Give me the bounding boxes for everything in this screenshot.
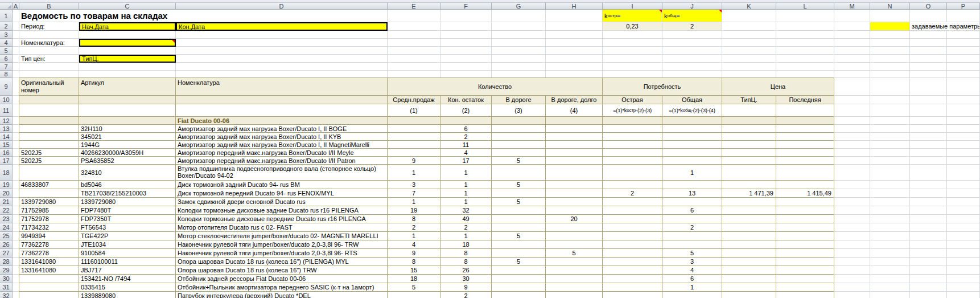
cell-H15[interactable]	[546, 141, 603, 149]
cell-O12[interactable]	[910, 117, 947, 125]
cell-D15[interactable]: Амортизатор задний мах нагрузка Boxer/Du…	[176, 141, 388, 149]
row-header-19[interactable]: 19	[0, 181, 13, 189]
cell-F10[interactable]: Кон. остаток	[440, 96, 492, 104]
cell-C29[interactable]: JBJ717	[79, 266, 176, 275]
cell-B12[interactable]	[19, 117, 79, 125]
cell-L18[interactable]	[776, 165, 834, 181]
cell-C25[interactable]: TGE422P	[79, 232, 176, 240]
row-header-3[interactable]: 3	[0, 31, 13, 39]
column-header-E[interactable]: E	[388, 3, 440, 10]
cell-G13[interactable]	[492, 125, 546, 133]
cell-P12[interactable]	[947, 117, 980, 125]
cell-P18[interactable]	[947, 165, 980, 181]
cell-A29[interactable]	[13, 266, 19, 275]
cell-G5[interactable]	[492, 47, 546, 55]
cell-J22[interactable]: 6	[662, 206, 722, 215]
cell-J6[interactable]	[662, 55, 722, 63]
cell-H23[interactable]: 20	[546, 215, 603, 223]
cell-H5[interactable]	[546, 47, 603, 55]
cell-F19[interactable]: 1	[440, 181, 492, 189]
cell-G30[interactable]	[492, 275, 546, 283]
cell-B23[interactable]: 71752978	[19, 215, 79, 223]
cell-P25[interactable]	[947, 232, 980, 240]
cell-P14[interactable]	[947, 133, 980, 141]
cell-C7[interactable]	[79, 63, 176, 71]
row-header-16[interactable]: 16	[0, 149, 13, 157]
cell-L27[interactable]	[776, 249, 834, 258]
cell-N17[interactable]	[870, 157, 910, 165]
cell-M18[interactable]	[834, 165, 870, 181]
cell-G11[interactable]: (3)	[492, 104, 546, 117]
cell-L17[interactable]	[776, 157, 834, 165]
cell-L29[interactable]	[776, 266, 834, 275]
cell-B22[interactable]: 71752985	[19, 206, 79, 215]
cell-A8[interactable]	[13, 71, 19, 78]
cell-D10[interactable]	[176, 96, 388, 104]
cell-J17[interactable]	[662, 157, 722, 165]
cell-M24[interactable]	[834, 223, 870, 232]
cell-A5[interactable]	[13, 47, 19, 55]
cell-B5[interactable]	[19, 47, 79, 55]
cell-A13[interactable]	[13, 125, 19, 133]
cell-P31[interactable]	[947, 283, 980, 292]
cell-E20[interactable]: 7	[388, 189, 440, 198]
cell-A25[interactable]	[13, 232, 19, 240]
cell-A11[interactable]	[13, 104, 19, 117]
cell-M32[interactable]	[834, 292, 870, 298]
cell-D13[interactable]: Амортизатор задний мах нагрузка Boxer/Du…	[176, 125, 388, 133]
cell-G7[interactable]	[492, 63, 546, 71]
cell-P6[interactable]	[947, 55, 980, 63]
cell-L6[interactable]	[776, 55, 834, 63]
cell-I23[interactable]	[603, 215, 662, 223]
row-header-22[interactable]: 22	[0, 206, 13, 215]
cell-C16[interactable]: 40266230000/A3059H	[79, 149, 176, 157]
cell-G12[interactable]	[492, 117, 546, 125]
cell-E22[interactable]: 19	[388, 206, 440, 215]
cell-H27[interactable]: 5	[546, 249, 603, 258]
cell-L31[interactable]	[776, 283, 834, 292]
cell-I8[interactable]	[603, 71, 662, 78]
cell-M11[interactable]	[834, 104, 870, 117]
cell-A16[interactable]	[13, 149, 19, 157]
cell-B14[interactable]	[19, 133, 79, 141]
cell-L11[interactable]	[776, 104, 834, 117]
cell-O25[interactable]	[910, 232, 947, 240]
cell-D16[interactable]: Амортизатор передний макс.нагрузка Boxer…	[176, 149, 388, 157]
cell-B27[interactable]: 77362278	[19, 249, 79, 258]
cell-G32[interactable]	[492, 292, 546, 298]
cell-J29[interactable]: 4	[662, 266, 722, 275]
cell-E2[interactable]	[388, 22, 440, 31]
row-header-13[interactable]: 13	[0, 125, 13, 133]
cell-H8[interactable]	[546, 71, 603, 78]
cell-F28[interactable]: 8	[440, 258, 492, 266]
cell-K23[interactable]	[722, 215, 776, 223]
cell-K14[interactable]	[722, 133, 776, 141]
cell-B31[interactable]	[19, 283, 79, 292]
cell-P3[interactable]	[947, 31, 980, 39]
cell-F17[interactable]: 17	[440, 157, 492, 165]
cell-O21[interactable]	[910, 198, 947, 206]
cell-L3[interactable]	[776, 31, 834, 39]
cell-A17[interactable]	[13, 157, 19, 165]
cell-H22[interactable]	[546, 206, 603, 215]
cell-L30[interactable]	[776, 275, 834, 283]
cell-F21[interactable]: 1	[440, 198, 492, 206]
cell-A4[interactable]	[13, 39, 19, 47]
cell-I14[interactable]	[603, 133, 662, 141]
cell-E23[interactable]: 8	[388, 215, 440, 223]
cell-P20[interactable]	[947, 189, 980, 198]
cell-J14[interactable]	[662, 133, 722, 141]
cell-P30[interactable]	[947, 275, 980, 283]
cell-K2[interactable]	[722, 22, 776, 31]
cell-H4[interactable]	[546, 39, 603, 47]
cell-J3[interactable]	[662, 31, 722, 39]
row-header-17[interactable]: 17	[0, 157, 13, 165]
cell-H25[interactable]	[546, 232, 603, 240]
cell-G22[interactable]	[492, 206, 546, 215]
cell-J5[interactable]	[662, 47, 722, 55]
cell-J1[interactable]: kобщ=	[662, 10, 722, 22]
cell-K22[interactable]	[722, 206, 776, 215]
cell-L24[interactable]	[776, 223, 834, 232]
cell-M25[interactable]	[834, 232, 870, 240]
cell-A10[interactable]	[13, 96, 19, 104]
